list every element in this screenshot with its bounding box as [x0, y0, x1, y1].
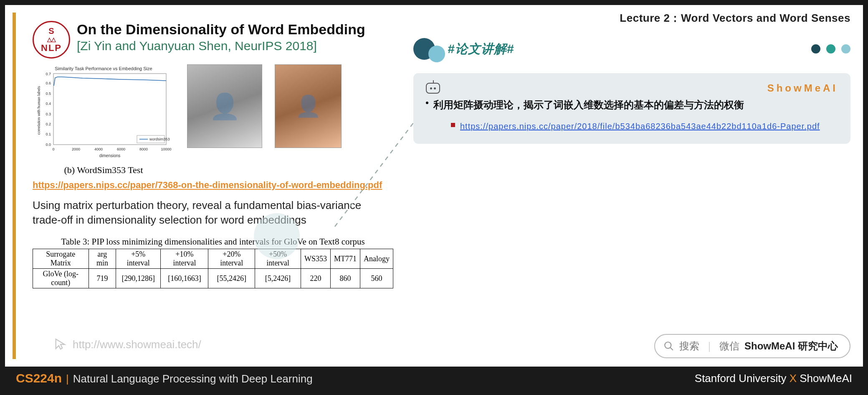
footer-brand: ShowMeAI: [800, 372, 852, 385]
search-label-2: 微信: [719, 339, 739, 353]
table-cell: 220: [301, 269, 330, 288]
svg-text:0: 0: [52, 147, 54, 151]
accent-circle: [254, 213, 300, 259]
search-bold: ShowMeAI 研究中心: [744, 339, 838, 353]
robot-icon: [426, 83, 440, 94]
footer-x: X: [790, 372, 797, 385]
svg-text:0.7: 0.7: [46, 72, 51, 76]
paper-link[interactable]: https://papers.nips.cc/paper/7368-on-the…: [33, 180, 393, 191]
chart-legend: wordsim353: [149, 137, 170, 141]
bullet-dot: [426, 102, 428, 104]
cursor-icon: [53, 337, 68, 352]
table-cell: 719: [89, 269, 116, 288]
search-icon: [663, 341, 674, 352]
annotation-card: ShowMeAI 利用矩阵摄动理论，揭示了词嵌入维数选择的基本的偏差与方法的权衡…: [413, 73, 850, 144]
svg-text:0.5: 0.5: [46, 92, 51, 96]
svg-text:4000: 4000: [94, 147, 103, 151]
table-header: +10% interval: [161, 249, 208, 269]
chart-caption: (b) WordSim353 Test: [33, 165, 175, 176]
table-header: +5% interval: [116, 249, 161, 269]
svg-text:0.0: 0.0: [46, 143, 51, 147]
slide-subtitle: [Zi Yin and Yuanyuan Shen, NeurIPS 2018]: [77, 39, 365, 53]
svg-text:6000: 6000: [117, 147, 125, 151]
table-header: +20% interval: [208, 249, 255, 269]
lecture-title: Lecture 2：Word Vectors and Word Senses: [413, 11, 850, 25]
table-header: Analogy: [360, 249, 393, 269]
svg-text:10000: 10000: [161, 147, 171, 151]
svg-text:0.2: 0.2: [46, 122, 51, 126]
svg-text:0.6: 0.6: [46, 81, 51, 85]
author-photo-2: 👤: [275, 64, 342, 148]
stanford-nlp-logo: S △△ NLP: [33, 21, 70, 59]
section-icon: [413, 38, 443, 60]
author-photo-1: 👤: [187, 64, 262, 148]
slide-title: On the Dimensionality of Word Embedding: [77, 21, 365, 38]
chart-svg: Similarity Task Performance vs Embedding…: [33, 64, 175, 161]
slide: S △△ NLP On the Dimensionality of Word E…: [13, 13, 401, 359]
svg-text:8000: 8000: [139, 147, 148, 151]
table-cell: GloVe (log-count): [33, 269, 89, 288]
table-cell: [160,1663]: [161, 269, 208, 288]
table-header: arg min: [89, 249, 116, 269]
table-caption: Table 3: PIP loss minimizing dimensional…: [33, 237, 393, 247]
svg-point-18: [665, 342, 671, 348]
svg-text:0.4: 0.4: [46, 102, 51, 106]
chart-xlabel: dimensions: [99, 153, 121, 158]
table-header: Surrogate Matrix: [33, 249, 89, 269]
chart-series-line: [54, 77, 166, 86]
footer: CS224n | Natural Language Processing wit…: [5, 367, 863, 390]
footer-subtitle: Natural Language Processing with Deep Le…: [73, 372, 313, 385]
brand-label: ShowMeAI: [767, 82, 838, 94]
pip-table: Table 3: PIP loss minimizing dimensional…: [33, 237, 393, 288]
table-header: WS353: [301, 249, 330, 269]
slide-description: Using matrix perturbation theory, reveal…: [33, 198, 375, 227]
annotation-link[interactable]: https://papers.nips.cc/paper/2018/file/b…: [460, 120, 820, 133]
table-cell: [5,2426]: [255, 269, 301, 288]
table-cell: 860: [330, 269, 360, 288]
search-sep: ｜: [704, 339, 714, 353]
search-label-1: 搜索: [679, 339, 699, 353]
section-hash: #论文讲解#: [448, 41, 514, 58]
footer-university: Stanford University: [695, 372, 787, 385]
table-cell: [290,1286]: [116, 269, 161, 288]
svg-text:2000: 2000: [72, 147, 80, 151]
footer-course: CS224n: [16, 371, 62, 385]
decor-dots: [811, 44, 850, 54]
table-header: MT771: [330, 249, 360, 269]
table-cell: [55,2426]: [208, 269, 255, 288]
svg-text:0.3: 0.3: [46, 112, 51, 116]
table-row: GloVe (log-count)719[290,1286][160,1663]…: [33, 269, 393, 288]
svg-text:0.1: 0.1: [46, 132, 51, 136]
square-bullet-icon: [451, 123, 455, 127]
annotation-text: 利用矩阵摄动理论，揭示了词嵌入维数选择的基本的偏差与方法的权衡: [433, 97, 744, 114]
similarity-chart: Similarity Task Performance vs Embedding…: [33, 64, 175, 176]
watermark: http://www.showmeai.tech/: [53, 337, 201, 352]
svg-rect-0: [53, 74, 166, 145]
chart-ylabel: correlation with human labels: [37, 86, 41, 135]
svg-line-19: [670, 347, 673, 350]
chart-title: Similarity Task Performance vs Embedding…: [55, 66, 152, 71]
table-cell: 560: [360, 269, 393, 288]
search-box[interactable]: 搜索 ｜ 微信 ShowMeAI 研究中心: [654, 334, 850, 358]
